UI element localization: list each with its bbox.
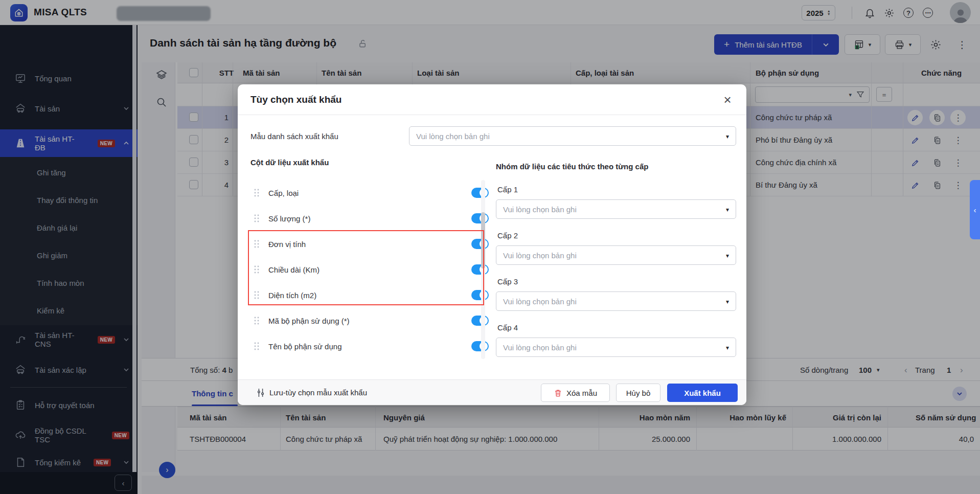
drag-handle-icon[interactable]	[254, 342, 260, 351]
toggle-on[interactable]	[471, 316, 489, 326]
export-column-row: Số lượng (*)	[250, 206, 493, 231]
template-select[interactable]: Vui lòng chọn bản ghi ▾	[409, 126, 736, 146]
toggle-on[interactable]	[471, 213, 489, 223]
side-panel-handle[interactable]: ‹	[970, 180, 980, 239]
level-4-label: Cấp 4	[497, 323, 518, 332]
level-2-label: Cấp 2	[497, 231, 518, 240]
trash-icon	[554, 389, 562, 397]
drag-handle-icon[interactable]	[254, 188, 260, 197]
level-3-label: Cấp 3	[497, 277, 518, 286]
sliders-icon	[256, 388, 265, 398]
toggle-on[interactable]	[471, 341, 489, 351]
level-1-select[interactable]: Vui lòng chọn bản ghi▾	[496, 199, 736, 219]
export-column-row: Tên bộ phận sử dụng	[250, 333, 493, 359]
modal-title: Tùy chọn xuất khẩu	[250, 84, 341, 115]
drag-handle-icon[interactable]	[254, 214, 260, 223]
misa-qlts-app: MISA QLTS 2025 ▲▼ ? ⋯ Tổng quan Tài sản …	[0, 0, 980, 494]
level-4-select[interactable]: Vui lòng chọn bản ghi▾	[496, 338, 736, 357]
modal-footer: Lưu-tùy chọn mẫu xuất khẩu Xóa mẫu Hủy b…	[238, 379, 746, 405]
delete-template-button[interactable]: Xóa mẫu	[541, 384, 610, 402]
caret-down-icon: ▾	[726, 246, 729, 265]
caret-down-icon: ▾	[726, 127, 729, 146]
caret-down-icon: ▾	[726, 200, 729, 219]
drag-handle-icon[interactable]	[254, 316, 260, 325]
export-column-row: Mã bộ phận sử dụng (*)	[250, 308, 493, 333]
template-label: Mẫu danh sách xuất khẩu	[250, 132, 338, 141]
annotation-highlight-box	[248, 230, 484, 305]
group-section-title: Nhóm dữ liệu các tiêu thức theo từng cấp	[496, 162, 648, 171]
modal-header: Tùy chọn xuất khẩu ×	[238, 84, 746, 115]
cancel-button[interactable]: Hủy bỏ	[616, 384, 660, 402]
chevron-left-icon: ‹	[974, 206, 976, 214]
caret-down-icon: ▾	[726, 292, 729, 311]
export-button[interactable]: Xuất khẩu	[667, 384, 738, 402]
save-template-option[interactable]: Lưu-tùy chọn mẫu xuất khẩu	[269, 380, 367, 406]
toggle-on[interactable]	[471, 188, 489, 198]
level-2-select[interactable]: Vui lòng chọn bản ghi▾	[496, 245, 736, 265]
columns-section-title: Cột dữ liệu xuất khẩu	[250, 158, 329, 167]
level-3-select[interactable]: Vui lòng chọn bản ghi▾	[496, 291, 736, 311]
level-1-label: Cấp 1	[497, 185, 518, 194]
export-column-row: Cấp, loại	[250, 180, 493, 206]
close-icon[interactable]: ×	[719, 92, 736, 108]
caret-down-icon: ▾	[726, 338, 729, 357]
